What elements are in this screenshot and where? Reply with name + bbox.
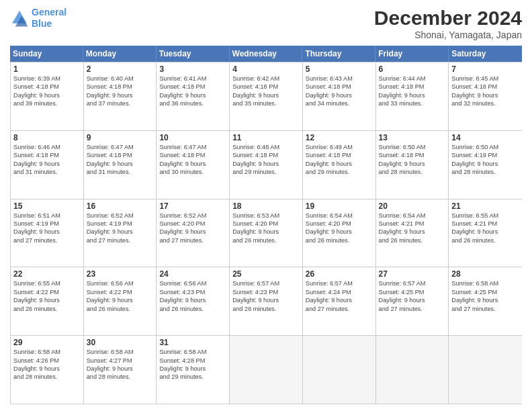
cell-line-2: Daylight: 9 hours bbox=[87, 296, 154, 304]
page-header: General Blue December 2024 Shonai, Yamag… bbox=[10, 7, 522, 40]
cell-line-1: Sunset: 4:22 PM bbox=[13, 288, 81, 296]
cell-line-3: and 26 minutes. bbox=[13, 305, 81, 313]
day-29: 29Sunrise: 6:58 AMSunset: 4:26 PMDayligh… bbox=[11, 336, 84, 404]
cell-line-3: and 31 minutes. bbox=[13, 168, 81, 176]
cell-line-2: Daylight: 9 hours bbox=[451, 296, 519, 304]
day-number-1: 1 bbox=[13, 64, 81, 74]
day-6: 6Sunrise: 6:44 AMSunset: 4:18 PMDaylight… bbox=[376, 62, 449, 130]
cell-line-1: Sunset: 4:18 PM bbox=[159, 151, 226, 159]
cell-line-0: Sunrise: 6:49 AM bbox=[306, 143, 373, 151]
day-number-11: 11 bbox=[232, 133, 300, 142]
cell-line-3: and 39 minutes. bbox=[13, 99, 81, 107]
day-14: 14Sunrise: 6:50 AMSunset: 4:19 PMDayligh… bbox=[449, 131, 522, 199]
cell-line-3: and 28 minutes. bbox=[13, 373, 81, 381]
day-number-29: 29 bbox=[13, 338, 81, 347]
week-row-4: 22Sunrise: 6:55 AMSunset: 4:22 PMDayligh… bbox=[11, 267, 522, 335]
cell-line-2: Daylight: 9 hours bbox=[87, 160, 154, 168]
cell-line-3: and 26 minutes. bbox=[87, 305, 154, 313]
page-container: General Blue December 2024 Shonai, Yamag… bbox=[0, 0, 532, 411]
week-row-1: 1Sunrise: 6:39 AMSunset: 4:18 PMDaylight… bbox=[11, 62, 522, 130]
cell-line-0: Sunrise: 6:58 AM bbox=[159, 348, 226, 356]
logo-line2: Blue bbox=[32, 18, 52, 29]
cell-line-2: Daylight: 9 hours bbox=[451, 91, 519, 99]
day-number-6: 6 bbox=[379, 64, 446, 74]
cell-line-0: Sunrise: 6:51 AM bbox=[13, 212, 81, 220]
day-22: 22Sunrise: 6:55 AMSunset: 4:22 PMDayligh… bbox=[11, 267, 84, 335]
day-9: 9Sunrise: 6:47 AMSunset: 4:18 PMDaylight… bbox=[84, 131, 157, 199]
cell-line-3: and 28 minutes. bbox=[87, 373, 154, 381]
cell-line-2: Daylight: 9 hours bbox=[306, 228, 373, 236]
cell-line-2: Daylight: 9 hours bbox=[159, 91, 226, 99]
day-1: 1Sunrise: 6:39 AMSunset: 4:18 PMDaylight… bbox=[11, 62, 84, 130]
cell-line-0: Sunrise: 6:52 AM bbox=[87, 212, 154, 220]
cell-line-3: and 31 minutes. bbox=[87, 168, 154, 176]
cell-line-2: Daylight: 9 hours bbox=[306, 296, 373, 304]
header-day-monday: Monday bbox=[83, 46, 157, 62]
day-number-9: 9 bbox=[87, 133, 154, 142]
day-number-23: 23 bbox=[87, 269, 154, 279]
cell-line-2: Daylight: 9 hours bbox=[232, 160, 300, 168]
day-27: 27Sunrise: 6:57 AMSunset: 4:25 PMDayligh… bbox=[376, 267, 449, 335]
calendar-body: 1Sunrise: 6:39 AMSunset: 4:18 PMDaylight… bbox=[10, 62, 522, 404]
cell-line-0: Sunrise: 6:46 AM bbox=[13, 143, 81, 151]
cell-line-2: Daylight: 9 hours bbox=[379, 91, 446, 99]
day-19: 19Sunrise: 6:54 AMSunset: 4:20 PMDayligh… bbox=[303, 199, 376, 267]
cell-line-3: and 27 minutes. bbox=[451, 305, 519, 313]
empty-cell-4-4 bbox=[303, 336, 376, 404]
day-31: 31Sunrise: 6:58 AMSunset: 4:28 PMDayligh… bbox=[157, 336, 230, 404]
cell-line-3: and 29 minutes. bbox=[159, 373, 226, 381]
logo-icon bbox=[10, 9, 29, 28]
cell-line-1: Sunset: 4:18 PM bbox=[13, 151, 81, 159]
cell-line-2: Daylight: 9 hours bbox=[13, 296, 81, 304]
cell-line-2: Daylight: 9 hours bbox=[87, 228, 154, 236]
cell-line-0: Sunrise: 6:53 AM bbox=[232, 212, 300, 220]
logo-text: General Blue bbox=[32, 7, 66, 30]
cell-line-2: Daylight: 9 hours bbox=[451, 160, 519, 168]
cell-line-0: Sunrise: 6:58 AM bbox=[451, 279, 519, 287]
cell-line-2: Daylight: 9 hours bbox=[379, 160, 446, 168]
cell-line-3: and 26 minutes. bbox=[232, 236, 300, 244]
cell-line-2: Daylight: 9 hours bbox=[159, 160, 226, 168]
cell-line-1: Sunset: 4:27 PM bbox=[87, 357, 154, 365]
cell-line-2: Daylight: 9 hours bbox=[159, 365, 226, 373]
location-subtitle: Shonai, Yamagata, Japan bbox=[374, 30, 522, 40]
day-20: 20Sunrise: 6:54 AMSunset: 4:21 PMDayligh… bbox=[376, 199, 449, 267]
day-number-31: 31 bbox=[159, 338, 226, 347]
cell-line-2: Daylight: 9 hours bbox=[232, 296, 300, 304]
empty-cell-4-3 bbox=[230, 336, 303, 404]
day-5: 5Sunrise: 6:43 AMSunset: 4:18 PMDaylight… bbox=[303, 62, 376, 130]
month-title: December 2024 bbox=[374, 7, 522, 30]
cell-line-1: Sunset: 4:18 PM bbox=[379, 151, 446, 159]
cell-line-1: Sunset: 4:18 PM bbox=[13, 83, 81, 91]
day-8: 8Sunrise: 6:46 AMSunset: 4:18 PMDaylight… bbox=[11, 131, 84, 199]
day-number-14: 14 bbox=[451, 133, 519, 142]
cell-line-2: Daylight: 9 hours bbox=[451, 228, 519, 236]
cell-line-0: Sunrise: 6:41 AM bbox=[159, 75, 226, 83]
cell-line-0: Sunrise: 6:56 AM bbox=[159, 279, 226, 287]
cell-line-0: Sunrise: 6:50 AM bbox=[379, 143, 446, 151]
cell-line-1: Sunset: 4:23 PM bbox=[159, 288, 226, 296]
header-day-tuesday: Tuesday bbox=[157, 46, 230, 62]
cell-line-1: Sunset: 4:23 PM bbox=[232, 288, 300, 296]
cell-line-1: Sunset: 4:18 PM bbox=[87, 83, 154, 91]
day-number-15: 15 bbox=[13, 201, 81, 211]
cell-line-1: Sunset: 4:20 PM bbox=[159, 220, 226, 228]
cell-line-0: Sunrise: 6:47 AM bbox=[159, 143, 226, 151]
day-15: 15Sunrise: 6:51 AMSunset: 4:19 PMDayligh… bbox=[11, 199, 84, 267]
cell-line-1: Sunset: 4:20 PM bbox=[306, 220, 373, 228]
cell-line-0: Sunrise: 6:55 AM bbox=[451, 212, 519, 220]
day-13: 13Sunrise: 6:50 AMSunset: 4:18 PMDayligh… bbox=[376, 131, 449, 199]
day-number-22: 22 bbox=[13, 269, 81, 279]
cell-line-2: Daylight: 9 hours bbox=[306, 91, 373, 99]
day-number-5: 5 bbox=[306, 64, 373, 74]
day-number-3: 3 bbox=[159, 64, 226, 74]
cell-line-1: Sunset: 4:18 PM bbox=[232, 151, 300, 159]
cell-line-1: Sunset: 4:18 PM bbox=[232, 83, 300, 91]
cell-line-3: and 26 minutes. bbox=[306, 236, 373, 244]
cell-line-0: Sunrise: 6:54 AM bbox=[306, 212, 373, 220]
day-number-21: 21 bbox=[451, 201, 519, 211]
cell-line-2: Daylight: 9 hours bbox=[13, 365, 81, 373]
cell-line-2: Daylight: 9 hours bbox=[232, 228, 300, 236]
cell-line-1: Sunset: 4:28 PM bbox=[159, 357, 226, 365]
cell-line-1: Sunset: 4:24 PM bbox=[306, 288, 373, 296]
